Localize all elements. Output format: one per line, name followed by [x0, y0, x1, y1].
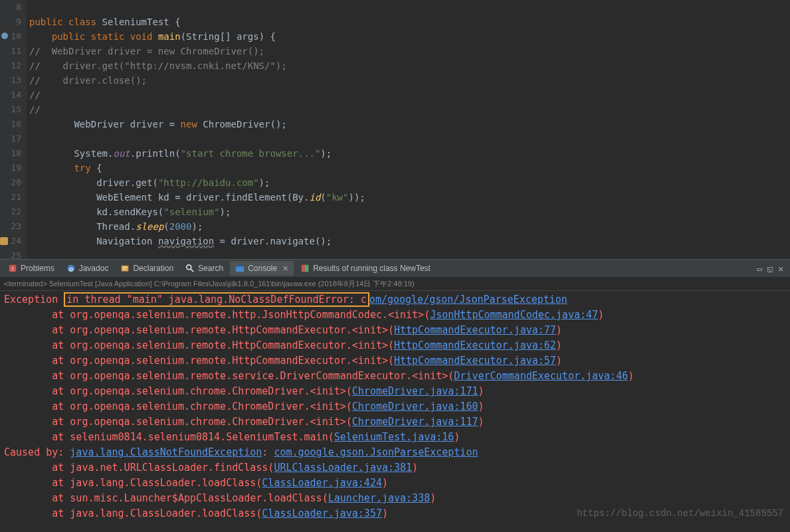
tab-label: Javadoc [79, 264, 109, 273]
console-text: at org.openqa.selenium.remote.HttpComman… [4, 324, 394, 336]
stacktrace-link[interactable]: Launcher.java:338 [328, 492, 431, 504]
console-text: at org.openqa.selenium.remote.service.Dr… [4, 370, 454, 382]
console-line: at org.openqa.selenium.chrome.ChromeDriv… [4, 399, 786, 414]
console-text: ) [556, 324, 562, 336]
code-line[interactable]: try { [29, 161, 790, 175]
code-line[interactable] [29, 0, 790, 15]
line-number: 23 [0, 219, 21, 234]
console-line: at org.openqa.selenium.remote.service.Dr… [4, 369, 786, 384]
svg-rect-10 [236, 265, 244, 267]
code-line[interactable]: // driver.close(); [29, 73, 790, 88]
stacktrace-link[interactable]: ChromeDriver.java:160 [352, 400, 478, 412]
stacktrace-link[interactable]: ClassLoader.java:424 [262, 477, 382, 489]
console-text: ) [556, 339, 562, 351]
console-text: : [262, 446, 274, 458]
console-output[interactable]: Exception in thread "main" java.lang.NoC… [0, 291, 790, 525]
stacktrace-link[interactable]: HttpCommandExecutor.java:57 [394, 355, 556, 367]
console-line: at org.openqa.selenium.chrome.ChromeDriv… [4, 414, 786, 430]
console-text: ) [598, 309, 604, 321]
code-line[interactable]: // driver.get("http://nvsm.cnki.net/KNS/… [29, 58, 790, 73]
code-line[interactable]: System.out.println("start chrome browser… [29, 146, 790, 161]
console-text: Exception [4, 294, 58, 306]
code-line[interactable]: WebElement kd = driver.findElement(By.id… [29, 190, 790, 205]
line-number: 14 [0, 88, 21, 102]
code-line[interactable]: // [29, 88, 790, 102]
console-process-status: <terminated> SeleniumTest [Java Applicat… [0, 278, 790, 291]
maximize-icon[interactable]: ◱ [767, 264, 773, 274]
close-panel-icon[interactable]: ✕ [778, 264, 783, 274]
svg-rect-6 [123, 269, 126, 270]
code-line[interactable]: public static void main(String[] args) { [29, 29, 790, 44]
console-text: ) [478, 416, 484, 428]
line-gutter: 8910111213141516171819202122232425 [0, 0, 27, 259]
line-number: 20 [0, 175, 21, 190]
line-number: 21 [0, 190, 21, 205]
stacktrace-link[interactable]: com.google.gson.JsonParseException [274, 446, 478, 458]
code-line[interactable]: WebDriver driver = new ChromeDriver(); [29, 117, 790, 132]
code-line[interactable]: Navigation navigation = driver.navigate(… [29, 234, 790, 248]
line-number: 17 [0, 132, 21, 146]
svg-rect-5 [123, 267, 128, 268]
warning-marker-icon[interactable] [0, 237, 8, 245]
watermark-text: https://blog.csdn.net/weixin_41585557 [577, 508, 783, 519]
stacktrace-link[interactable]: HttpCommandExecutor.java:62 [394, 339, 556, 351]
svg-rect-4 [122, 266, 129, 272]
console-text: ) [412, 462, 418, 474]
console-line: at org.openqa.selenium.remote.HttpComman… [4, 323, 786, 338]
line-number: 11 [0, 44, 21, 58]
stacktrace-link[interactable]: HttpCommandExecutor.java:77 [394, 324, 556, 336]
problems-icon: ! [8, 264, 17, 273]
console-text: at selenium0814.selenium0814.SeleniumTes… [4, 431, 334, 443]
stacktrace-link[interactable]: JsonHttpCommandCodec.java:47 [430, 309, 598, 321]
code-line[interactable]: // [29, 102, 790, 117]
code-content[interactable]: public class SeleniumTest { public stati… [27, 0, 790, 259]
console-text: at org.openqa.selenium.chrome.ChromeDriv… [4, 385, 352, 397]
svg-line-8 [191, 269, 193, 272]
console-line: at org.openqa.selenium.chrome.ChromeDriv… [4, 384, 786, 399]
stacktrace-link[interactable]: ChromeDriver.java:117 [352, 416, 478, 428]
stacktrace-link[interactable]: om/google/gson/JsonParseException [369, 294, 567, 306]
console-text: at sun.misc.Launcher$AppClassLoader.load… [4, 492, 328, 504]
search-icon [185, 264, 195, 273]
console-text: ) [454, 431, 460, 443]
stacktrace-link[interactable]: URLClassLoader.java:381 [274, 462, 412, 474]
minimize-icon[interactable]: ▭ [757, 264, 763, 274]
tab-problems[interactable]: !Problems [3, 261, 60, 276]
close-icon[interactable]: ✕ [282, 264, 288, 273]
svg-text:!: ! [12, 266, 13, 272]
console-text: at java.lang.ClassLoader.loadClass( [4, 477, 262, 489]
svg-text:@: @ [68, 266, 74, 272]
breakpoint-marker-icon[interactable] [1, 33, 8, 39]
code-line[interactable]: public class SeleniumTest { [29, 15, 790, 29]
code-line[interactable]: // WebDriver driver = new ChromeDriver()… [29, 44, 790, 58]
console-text: ) [628, 370, 634, 382]
console-line: at org.openqa.selenium.remote.HttpComman… [4, 338, 786, 353]
code-line[interactable]: driver.get("http://baidu.com"); [29, 175, 790, 190]
stacktrace-link[interactable]: DriverCommandExecutor.java:46 [454, 370, 628, 382]
tab-label: Declaration [133, 264, 173, 273]
tab-console[interactable]: Console✕ [230, 261, 294, 276]
console-line: Caused by: java.lang.ClassNotFoundExcept… [4, 445, 786, 460]
stacktrace-link[interactable]: ChromeDriver.java:171 [352, 385, 478, 397]
code-line[interactable]: Thread.sleep(2000); [29, 219, 790, 234]
console-text [58, 294, 64, 306]
tab-search[interactable]: Search [180, 261, 229, 276]
console-text: ) [430, 492, 436, 504]
code-editor[interactable]: 8910111213141516171819202122232425 publi… [0, 0, 790, 259]
tab-results[interactable]: Results of running class NewTest [295, 261, 436, 276]
code-line[interactable] [29, 132, 790, 146]
stacktrace-link[interactable]: ClassLoader.java:357 [262, 507, 382, 519]
code-line[interactable]: kd.sendKeys("selenium"); [29, 205, 790, 219]
console-text: in thread "main" java.lang.NoClassDefFou… [64, 292, 369, 307]
tab-label: Search [198, 264, 223, 273]
svg-rect-11 [302, 265, 305, 272]
stacktrace-link[interactable]: java.lang.ClassNotFoundException [70, 446, 262, 458]
tab-javadoc[interactable]: @Javadoc [61, 261, 114, 276]
line-number: 22 [0, 205, 21, 219]
console-line: at selenium0814.selenium0814.SeleniumTes… [4, 430, 786, 445]
tab-declaration[interactable]: Declaration [115, 261, 179, 276]
line-number: 13 [0, 73, 21, 88]
console-line: at sun.misc.Launcher$AppClassLoader.load… [4, 491, 786, 506]
line-number: 19 [0, 161, 21, 175]
stacktrace-link[interactable]: SeleniumTest.java:16 [334, 431, 454, 443]
